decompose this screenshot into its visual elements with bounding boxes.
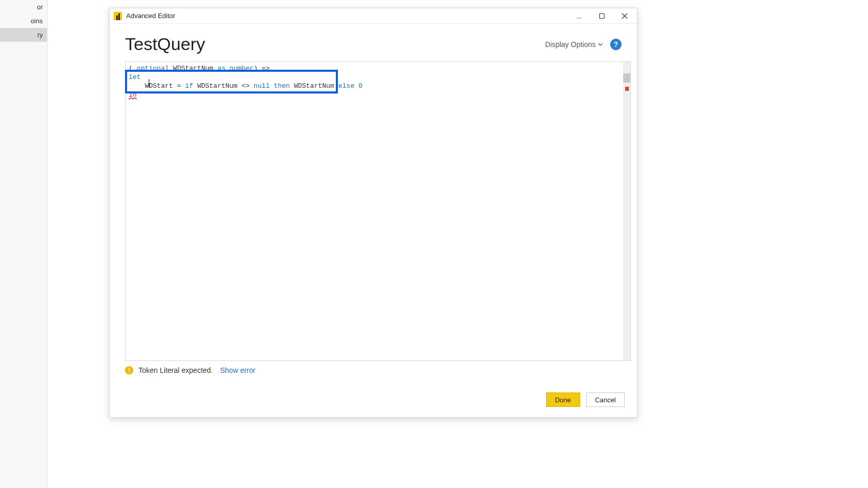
app-icon [114,12,122,20]
vertical-scrollbar[interactable] [623,62,630,360]
chevron-down-icon [598,40,603,49]
query-name: TestQuery [125,34,205,54]
advanced-editor-dialog: Advanced Editor TestQuery Display Option… [109,8,638,418]
status-message: Token Literal expected. [138,366,213,374]
code-text[interactable]: ( optional WDStartNum as number) => let … [126,62,623,360]
cancel-button[interactable]: Cancel [586,392,625,407]
display-options-label: Display Options [545,40,596,49]
show-error-link[interactable]: Show error [220,366,255,374]
help-icon[interactable]: ? [610,39,622,50]
titlebar: Advanced Editor [110,8,637,24]
header-row: TestQuery Display Options ? [110,24,637,59]
close-button[interactable] [613,9,636,23]
queries-sidebar: or oins ry [0,0,48,488]
scroll-thumb[interactable] [623,73,630,83]
warning-icon: ! [125,366,133,374]
code-editor[interactable]: ( optional WDStartNum as number) => let … [125,61,631,361]
done-button[interactable]: Done [546,392,580,407]
maximize-button[interactable] [591,9,613,23]
dialog-buttons: Done Cancel [546,392,625,407]
window-title: Advanced Editor [126,12,175,20]
svg-rect-1 [600,13,605,18]
sidebar-item[interactable]: ry [0,28,47,42]
minimize-button[interactable] [568,9,591,23]
sidebar-item[interactable]: or [0,0,47,14]
sidebar-item[interactable]: oins [0,14,47,28]
error-marker [625,87,629,91]
text-caret [149,79,149,87]
display-options-dropdown[interactable]: Display Options [545,40,603,49]
status-row: ! Token Literal expected. Show error [110,363,637,374]
